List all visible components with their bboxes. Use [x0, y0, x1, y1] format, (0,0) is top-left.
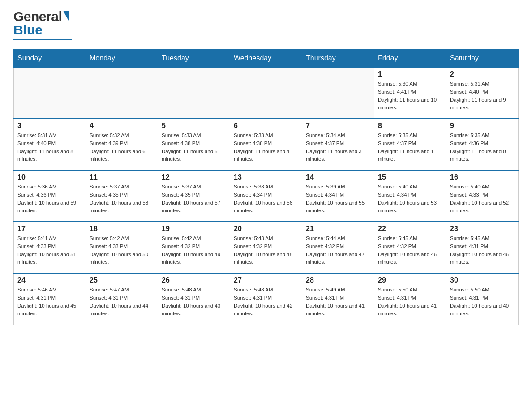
day-number: 26	[162, 276, 226, 284]
day-info: Sunrise: 5:33 AM Sunset: 4:38 PM Dayligh…	[162, 132, 226, 163]
day-number: 19	[162, 225, 226, 233]
day-number: 30	[450, 276, 515, 284]
day-info: Sunrise: 5:35 AM Sunset: 4:37 PM Dayligh…	[378, 132, 442, 163]
day-info: Sunrise: 5:50 AM Sunset: 4:31 PM Dayligh…	[450, 286, 515, 318]
day-number: 8	[378, 122, 442, 130]
day-info: Sunrise: 5:44 AM Sunset: 4:32 PM Dayligh…	[306, 235, 370, 266]
calendar-cell: 18Sunrise: 5:42 AM Sunset: 4:33 PM Dayli…	[86, 222, 158, 273]
calendar-table: SundayMondayTuesdayWednesdayThursdayFrid…	[13, 49, 519, 325]
day-number: 15	[378, 173, 442, 181]
calendar-cell: 30Sunrise: 5:50 AM Sunset: 4:31 PM Dayli…	[446, 273, 519, 325]
day-info: Sunrise: 5:39 AM Sunset: 4:34 PM Dayligh…	[306, 183, 370, 215]
day-number: 12	[162, 173, 226, 181]
week-row-1: 1Sunrise: 5:30 AM Sunset: 4:41 PM Daylig…	[14, 67, 519, 119]
day-number: 28	[306, 276, 370, 284]
weekday-header-tuesday: Tuesday	[158, 50, 230, 68]
day-info: Sunrise: 5:49 AM Sunset: 4:31 PM Dayligh…	[306, 286, 370, 318]
day-info: Sunrise: 5:31 AM Sunset: 4:40 PM Dayligh…	[17, 132, 82, 163]
calendar-cell: 9Sunrise: 5:35 AM Sunset: 4:36 PM Daylig…	[446, 119, 519, 170]
day-number: 11	[90, 173, 154, 181]
day-info: Sunrise: 5:37 AM Sunset: 4:35 PM Dayligh…	[162, 183, 226, 215]
weekday-header-friday: Friday	[374, 50, 446, 68]
logo-general-word: General	[13, 9, 62, 24]
day-info: Sunrise: 5:48 AM Sunset: 4:31 PM Dayligh…	[162, 286, 226, 318]
day-info: Sunrise: 5:32 AM Sunset: 4:39 PM Dayligh…	[90, 132, 154, 163]
day-number: 21	[306, 225, 370, 233]
day-info: Sunrise: 5:43 AM Sunset: 4:32 PM Dayligh…	[234, 235, 298, 266]
logo: General Blue	[13, 9, 72, 40]
calendar-cell	[158, 67, 230, 119]
calendar-cell: 20Sunrise: 5:43 AM Sunset: 4:32 PM Dayli…	[230, 222, 302, 273]
calendar-cell: 14Sunrise: 5:39 AM Sunset: 4:34 PM Dayli…	[302, 170, 374, 222]
calendar-cell: 26Sunrise: 5:48 AM Sunset: 4:31 PM Dayli…	[158, 273, 230, 325]
calendar-cell: 7Sunrise: 5:34 AM Sunset: 4:37 PM Daylig…	[302, 119, 374, 170]
calendar-cell: 28Sunrise: 5:49 AM Sunset: 4:31 PM Dayli…	[302, 273, 374, 325]
calendar-cell: 17Sunrise: 5:41 AM Sunset: 4:33 PM Dayli…	[14, 222, 86, 273]
calendar-cell: 10Sunrise: 5:36 AM Sunset: 4:36 PM Dayli…	[14, 170, 86, 222]
calendar-cell: 19Sunrise: 5:42 AM Sunset: 4:32 PM Dayli…	[158, 222, 230, 273]
calendar-cell	[14, 67, 86, 119]
day-info: Sunrise: 5:33 AM Sunset: 4:38 PM Dayligh…	[234, 132, 298, 163]
weekday-header-monday: Monday	[86, 50, 158, 68]
logo-chevron-icon	[63, 11, 69, 21]
logo-rule	[13, 39, 72, 40]
day-number: 23	[450, 225, 515, 233]
week-row-3: 10Sunrise: 5:36 AM Sunset: 4:36 PM Dayli…	[14, 170, 519, 222]
day-number: 2	[450, 70, 515, 78]
calendar-cell: 6Sunrise: 5:33 AM Sunset: 4:38 PM Daylig…	[230, 119, 302, 170]
weekday-header-row: SundayMondayTuesdayWednesdayThursdayFrid…	[14, 50, 519, 68]
day-info: Sunrise: 5:45 AM Sunset: 4:31 PM Dayligh…	[450, 235, 515, 266]
weekday-header-saturday: Saturday	[446, 50, 519, 68]
day-number: 3	[17, 122, 82, 130]
calendar-cell: 22Sunrise: 5:45 AM Sunset: 4:32 PM Dayli…	[374, 222, 446, 273]
calendar-cell: 25Sunrise: 5:47 AM Sunset: 4:31 PM Dayli…	[86, 273, 158, 325]
calendar-cell: 3Sunrise: 5:31 AM Sunset: 4:40 PM Daylig…	[14, 119, 86, 170]
calendar-cell: 11Sunrise: 5:37 AM Sunset: 4:35 PM Dayli…	[86, 170, 158, 222]
day-number: 10	[17, 173, 82, 181]
day-number: 18	[90, 225, 154, 233]
day-number: 20	[234, 225, 298, 233]
day-number: 29	[378, 276, 442, 284]
day-info: Sunrise: 5:45 AM Sunset: 4:32 PM Dayligh…	[378, 235, 442, 266]
calendar-cell: 8Sunrise: 5:35 AM Sunset: 4:37 PM Daylig…	[374, 119, 446, 170]
calendar-cell	[230, 67, 302, 119]
calendar-cell: 2Sunrise: 5:31 AM Sunset: 4:40 PM Daylig…	[446, 67, 519, 119]
calendar-cell: 16Sunrise: 5:40 AM Sunset: 4:33 PM Dayli…	[446, 170, 519, 222]
day-info: Sunrise: 5:36 AM Sunset: 4:36 PM Dayligh…	[17, 183, 82, 215]
calendar-cell: 5Sunrise: 5:33 AM Sunset: 4:38 PM Daylig…	[158, 119, 230, 170]
day-info: Sunrise: 5:31 AM Sunset: 4:40 PM Dayligh…	[450, 80, 515, 112]
day-number: 1	[378, 70, 442, 78]
day-number: 22	[378, 225, 442, 233]
weekday-header-thursday: Thursday	[302, 50, 374, 68]
day-info: Sunrise: 5:35 AM Sunset: 4:36 PM Dayligh…	[450, 132, 515, 163]
day-number: 5	[162, 122, 226, 130]
day-number: 16	[450, 173, 515, 181]
day-info: Sunrise: 5:48 AM Sunset: 4:31 PM Dayligh…	[234, 286, 298, 318]
page-header: General Blue	[13, 9, 519, 40]
calendar-cell: 29Sunrise: 5:50 AM Sunset: 4:31 PM Dayli…	[374, 273, 446, 325]
day-info: Sunrise: 5:42 AM Sunset: 4:33 PM Dayligh…	[90, 235, 154, 266]
weekday-header-wednesday: Wednesday	[230, 50, 302, 68]
week-row-2: 3Sunrise: 5:31 AM Sunset: 4:40 PM Daylig…	[14, 119, 519, 170]
calendar-cell: 1Sunrise: 5:30 AM Sunset: 4:41 PM Daylig…	[374, 67, 446, 119]
day-number: 27	[234, 276, 298, 284]
calendar-cell: 15Sunrise: 5:40 AM Sunset: 4:34 PM Dayli…	[374, 170, 446, 222]
day-info: Sunrise: 5:41 AM Sunset: 4:33 PM Dayligh…	[17, 235, 82, 266]
calendar-cell: 24Sunrise: 5:46 AM Sunset: 4:31 PM Dayli…	[14, 273, 86, 325]
day-info: Sunrise: 5:40 AM Sunset: 4:34 PM Dayligh…	[378, 183, 442, 215]
day-info: Sunrise: 5:50 AM Sunset: 4:31 PM Dayligh…	[378, 286, 442, 318]
day-number: 4	[90, 122, 154, 130]
calendar-cell	[86, 67, 158, 119]
day-number: 14	[306, 173, 370, 181]
day-number: 6	[234, 122, 298, 130]
day-info: Sunrise: 5:37 AM Sunset: 4:35 PM Dayligh…	[90, 183, 154, 215]
day-number: 9	[450, 122, 515, 130]
calendar-cell: 27Sunrise: 5:48 AM Sunset: 4:31 PM Dayli…	[230, 273, 302, 325]
day-info: Sunrise: 5:30 AM Sunset: 4:41 PM Dayligh…	[378, 80, 442, 112]
day-number: 17	[17, 225, 82, 233]
week-row-4: 17Sunrise: 5:41 AM Sunset: 4:33 PM Dayli…	[14, 222, 519, 273]
calendar-cell: 4Sunrise: 5:32 AM Sunset: 4:39 PM Daylig…	[86, 119, 158, 170]
calendar-cell: 23Sunrise: 5:45 AM Sunset: 4:31 PM Dayli…	[446, 222, 519, 273]
day-info: Sunrise: 5:42 AM Sunset: 4:32 PM Dayligh…	[162, 235, 226, 266]
week-row-5: 24Sunrise: 5:46 AM Sunset: 4:31 PM Dayli…	[14, 273, 519, 325]
